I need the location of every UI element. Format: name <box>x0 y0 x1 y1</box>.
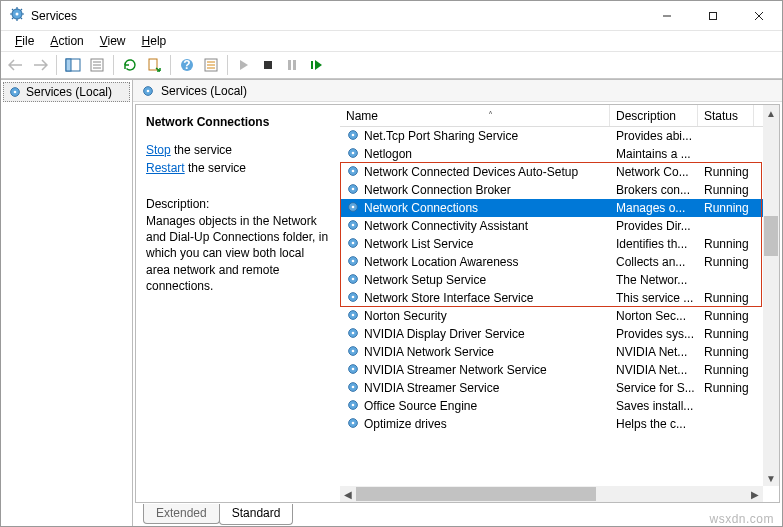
service-name-cell: NVIDIA Streamer Service <box>364 381 499 395</box>
toolbar: ? <box>1 51 782 79</box>
service-desc-cell: Manages o... <box>616 201 685 215</box>
service-desc-cell: Provides Dir... <box>616 219 691 233</box>
svg-rect-28 <box>264 61 272 69</box>
service-desc-cell: The Networ... <box>616 273 687 287</box>
tree-item-label: Services (Local) <box>26 85 112 99</box>
menu-file[interactable]: File <box>7 32 42 50</box>
svg-point-40 <box>352 151 355 154</box>
service-name-cell: Optimize drives <box>364 417 447 431</box>
svg-marker-32 <box>315 60 322 70</box>
column-header-name[interactable]: Name˄ <box>340 105 610 126</box>
service-row[interactable]: Office Source EngineSaves install... <box>340 397 763 415</box>
app-icon <box>9 6 25 25</box>
svg-point-54 <box>352 277 355 280</box>
services-icon <box>8 85 22 99</box>
restart-service-link[interactable]: Restart <box>146 161 185 175</box>
service-status-cell: Running <box>704 363 749 377</box>
service-row[interactable]: NVIDIA Network ServiceNVIDIA Net...Runni… <box>340 343 763 361</box>
stop-service-link[interactable]: Stop <box>146 143 171 157</box>
service-row[interactable]: Network Connection BrokerBrokers con...R… <box>340 181 763 199</box>
service-name-cell: Network Store Interface Service <box>364 291 533 305</box>
sort-asc-icon: ˄ <box>488 110 493 121</box>
export-list-button[interactable] <box>143 54 165 76</box>
tab-standard[interactable]: Standard <box>219 504 294 525</box>
service-row[interactable]: Network Connected Devices Auto-SetupNetw… <box>340 163 763 181</box>
window-title: Services <box>31 9 644 23</box>
service-name-cell: Network Connections <box>364 201 478 215</box>
svg-line-8 <box>12 18 14 20</box>
properties-button[interactable] <box>86 54 108 76</box>
restart-service-button[interactable] <box>305 54 327 76</box>
watermark: wsxdn.com <box>709 512 774 526</box>
service-icon <box>346 218 360 235</box>
service-status-cell: Running <box>704 183 749 197</box>
scroll-up-icon[interactable]: ▲ <box>763 105 779 121</box>
service-name-cell: Net.Tcp Port Sharing Service <box>364 129 518 143</box>
close-button[interactable] <box>736 1 782 30</box>
vertical-scrollbar[interactable]: ▲ ▼ <box>763 105 779 486</box>
description-label: Description: <box>146 197 330 211</box>
service-icon <box>346 398 360 415</box>
scroll-left-icon[interactable]: ◀ <box>340 486 356 502</box>
service-row[interactable]: NVIDIA Streamer ServiceService for S...R… <box>340 379 763 397</box>
selected-service-name: Network Connections <box>146 115 330 129</box>
tree-item-services-local[interactable]: Services (Local) <box>3 82 130 102</box>
service-name-cell: Network Connectivity Assistant <box>364 219 528 233</box>
service-name-cell: Network List Service <box>364 237 473 251</box>
service-row[interactable]: NVIDIA Display Driver ServiceProvides sy… <box>340 325 763 343</box>
service-desc-cell: NVIDIA Net... <box>616 363 687 377</box>
service-row[interactable]: NVIDIA Streamer Network ServiceNVIDIA Ne… <box>340 361 763 379</box>
service-status-cell: Running <box>704 291 749 305</box>
service-name-cell: Office Source Engine <box>364 399 477 413</box>
properties-icon-button[interactable] <box>200 54 222 76</box>
scroll-thumb[interactable] <box>764 216 778 256</box>
service-name-cell: NVIDIA Display Driver Service <box>364 327 525 341</box>
svg-point-42 <box>352 169 355 172</box>
service-status-cell: Running <box>704 255 749 269</box>
service-row[interactable]: Norton SecurityNorton Sec...Running <box>340 307 763 325</box>
service-row[interactable]: Network Setup ServiceThe Networ... <box>340 271 763 289</box>
svg-point-44 <box>352 187 355 190</box>
svg-text:?: ? <box>183 58 190 72</box>
service-row[interactable]: Optimize drivesHelps the c... <box>340 415 763 433</box>
service-row[interactable]: Network ConnectionsManages o...Running <box>340 199 763 217</box>
service-icon <box>346 416 360 433</box>
service-name-cell: NVIDIA Streamer Network Service <box>364 363 547 377</box>
service-row[interactable]: Network Location AwarenessCollects an...… <box>340 253 763 271</box>
service-name-cell: Network Connected Devices Auto-Setup <box>364 165 578 179</box>
tab-extended[interactable]: Extended <box>143 504 220 524</box>
refresh-button[interactable] <box>119 54 141 76</box>
scroll-right-icon[interactable]: ▶ <box>747 486 763 502</box>
stop-service-button[interactable] <box>257 54 279 76</box>
service-status-cell: Running <box>704 345 749 359</box>
svg-point-58 <box>352 313 355 316</box>
back-button[interactable] <box>5 54 27 76</box>
column-header-status[interactable]: Status <box>698 105 754 126</box>
help-button[interactable]: ? <box>176 54 198 76</box>
menu-help[interactable]: Help <box>134 32 175 50</box>
scroll-thumb-h[interactable] <box>356 487 596 501</box>
start-service-button[interactable] <box>233 54 255 76</box>
service-row[interactable]: Network Store Interface ServiceThis serv… <box>340 289 763 307</box>
horizontal-scrollbar[interactable]: ◀ ▶ <box>340 486 763 502</box>
service-row[interactable]: Net.Tcp Port Sharing ServiceProvides abi… <box>340 127 763 145</box>
service-icon <box>346 272 360 289</box>
scroll-down-icon[interactable]: ▼ <box>763 470 779 486</box>
show-hide-tree-button[interactable] <box>62 54 84 76</box>
service-icon <box>346 254 360 271</box>
service-row[interactable]: Network List ServiceIdentifies th...Runn… <box>340 235 763 253</box>
maximize-button[interactable] <box>690 1 736 30</box>
minimize-button[interactable] <box>644 1 690 30</box>
forward-button[interactable] <box>29 54 51 76</box>
service-desc-cell: Collects an... <box>616 255 685 269</box>
service-icon <box>346 146 360 163</box>
service-row[interactable]: NetlogonMaintains a ... <box>340 145 763 163</box>
service-icon <box>346 128 360 145</box>
pause-service-button[interactable] <box>281 54 303 76</box>
menu-view[interactable]: View <box>92 32 134 50</box>
menu-action[interactable]: Action <box>42 32 91 50</box>
service-row[interactable]: Network Connectivity AssistantProvides D… <box>340 217 763 235</box>
column-header-description[interactable]: Description <box>610 105 698 126</box>
services-icon <box>141 84 155 98</box>
svg-point-64 <box>352 367 355 370</box>
